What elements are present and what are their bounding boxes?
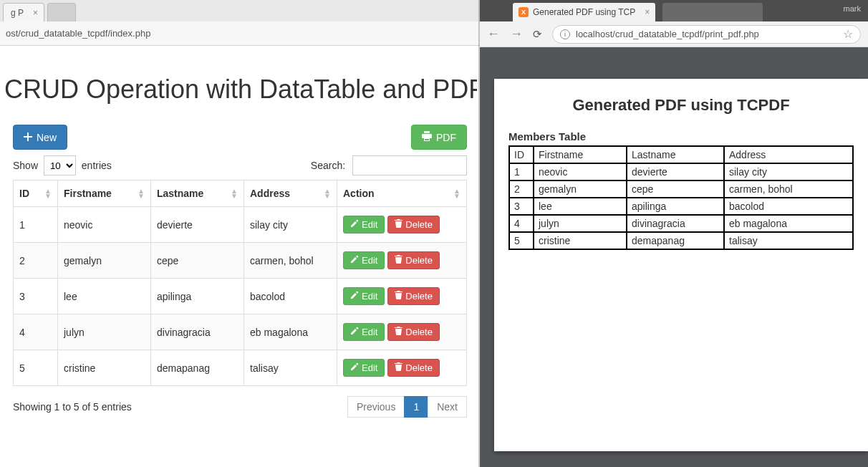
pdf-page: Generated PDF using TCPDF Members Table …	[494, 79, 868, 451]
edit-label: Edit	[362, 327, 377, 337]
datatable-footer: Showing 1 to 5 of 5 entries Previous 1 N…	[13, 396, 467, 418]
col-action[interactable]: Action▲▼	[337, 180, 467, 207]
favicon-icon: X	[519, 7, 529, 17]
edit-button[interactable]: Edit	[343, 251, 385, 269]
cell-action: Edit Delete	[337, 243, 467, 279]
cell-address: eb magalona	[244, 314, 337, 350]
pdf-button[interactable]: PDF	[411, 125, 467, 150]
cell-address: silay city	[244, 207, 337, 243]
table-row: 2gemalyncepecarmen, bohol	[509, 180, 853, 198]
close-icon[interactable]: ×	[33, 8, 38, 18]
sort-icon: ▲▼	[324, 188, 331, 198]
cell-address: bacolod	[244, 279, 337, 314]
col-lastname[interactable]: Lastname▲▼	[151, 180, 244, 207]
cell-lastname: divinagracia	[627, 215, 724, 232]
right-tab-strip: mark X Generated PDF using TCP ×	[480, 0, 868, 21]
cell-id: 1	[509, 163, 534, 180]
edit-button[interactable]: Edit	[343, 323, 385, 341]
delete-button[interactable]: Delete	[387, 287, 440, 305]
browser-tab-inactive[interactable]	[662, 3, 763, 21]
reload-icon[interactable]: ⟳	[533, 28, 542, 41]
page-content: CRUD Operation with DataTable and PDF Ne…	[0, 46, 480, 418]
page-previous[interactable]: Previous	[347, 396, 405, 418]
length-select[interactable]: 10	[44, 155, 76, 175]
page-title: CRUD Operation with DataTable and PDF	[4, 74, 477, 105]
cell-id: 2	[14, 243, 58, 279]
bookmark-icon[interactable]: ☆	[843, 27, 853, 41]
edit-button[interactable]: Edit	[343, 359, 385, 377]
close-icon[interactable]: ×	[645, 7, 650, 17]
edit-icon	[350, 219, 359, 230]
table-row: 2gemalyncepecarmen, boholEdit Delete	[14, 243, 467, 279]
sort-icon: ▲▼	[231, 188, 238, 198]
trash-icon	[395, 362, 402, 373]
cell-lastname: divinagracia	[151, 314, 244, 350]
delete-button[interactable]: Delete	[387, 323, 440, 341]
tab-title: Generated PDF using TCP	[533, 7, 635, 17]
col-id: ID	[509, 146, 534, 163]
tab-title: g P	[11, 8, 24, 18]
col-address: Address	[724, 146, 853, 163]
table-row: 1neovicdeviertesilay city	[509, 163, 853, 180]
length-control: Show 10 entries	[13, 155, 112, 175]
left-address-bar[interactable]: ost/crud_datatable_tcpdf/index.php	[0, 21, 480, 46]
col-lastname: Lastname	[627, 146, 724, 163]
table-info: Showing 1 to 5 of 5 entries	[13, 401, 132, 413]
col-firstname[interactable]: Firstname▲▼	[58, 180, 151, 207]
cell-action: Edit Delete	[337, 207, 467, 243]
edit-icon	[350, 291, 359, 302]
cell-address: silay city	[724, 163, 853, 180]
cell-lastname: cepe	[151, 243, 244, 279]
cell-id: 2	[509, 180, 534, 198]
page-next[interactable]: Next	[428, 396, 467, 418]
url-text: ost/crud_datatable_tcpdf/index.php	[6, 28, 150, 39]
edit-button[interactable]: Edit	[343, 287, 385, 305]
browser-tab-inactive[interactable]	[47, 3, 76, 21]
search-input[interactable]	[352, 155, 467, 175]
sort-icon: ▲▼	[453, 188, 460, 198]
delete-label: Delete	[405, 255, 433, 266]
address-bar[interactable]: i localhost/crud_datatable_tcpdf/print_p…	[552, 25, 861, 44]
profile-label[interactable]: mark	[844, 4, 861, 13]
table-row: 4julyndivinagraciaeb magalona	[509, 215, 853, 232]
back-icon[interactable]: ←	[487, 27, 500, 42]
delete-button[interactable]: Delete	[387, 251, 440, 269]
table-row: 3leeapilingabacolod	[509, 198, 853, 215]
pdf-viewer[interactable]: Generated PDF using TCPDF Members Table …	[480, 47, 868, 467]
pdf-button-label: PDF	[436, 132, 456, 143]
cell-firstname: gemalyn	[58, 243, 151, 279]
site-info-icon[interactable]: i	[560, 29, 570, 39]
col-id[interactable]: ID▲▼	[14, 180, 58, 207]
trash-icon	[395, 219, 402, 230]
delete-button[interactable]: Delete	[387, 216, 440, 234]
pdf-subtitle: Members Table	[508, 130, 854, 143]
delete-label: Delete	[405, 327, 433, 337]
forward-icon[interactable]: →	[510, 27, 523, 42]
cell-id: 5	[509, 232, 534, 249]
cell-address: carmen, bohol	[724, 180, 853, 198]
edit-label: Edit	[362, 255, 377, 266]
pagination: Previous 1 Next	[347, 396, 467, 418]
table-header-row: ID Firstname Lastname Address	[509, 146, 853, 163]
cell-firstname: gemalyn	[534, 180, 627, 198]
page-1[interactable]: 1	[404, 396, 428, 418]
cell-id: 4	[509, 215, 534, 232]
sort-icon: ▲▼	[138, 188, 145, 198]
cell-firstname: neovic	[534, 163, 627, 180]
trash-icon	[395, 327, 402, 337]
edit-button[interactable]: Edit	[343, 216, 385, 234]
cell-id: 1	[14, 207, 58, 243]
cell-address: eb magalona	[724, 215, 853, 232]
right-nav-bar: ← → ⟳ i localhost/crud_datatable_tcpdf/p…	[480, 21, 868, 47]
new-button[interactable]: New	[13, 125, 67, 150]
table-row: 4julyndivinagraciaeb magalonaEdit Delete	[14, 314, 467, 350]
edit-label: Edit	[362, 362, 377, 373]
browser-tab-active[interactable]: X Generated PDF using TCP ×	[513, 3, 655, 21]
col-address[interactable]: Address▲▼	[244, 180, 337, 207]
cell-firstname: lee	[534, 198, 627, 215]
cell-action: Edit Delete	[337, 314, 467, 350]
browser-tab-active[interactable]: g P ×	[3, 3, 44, 21]
delete-button[interactable]: Delete	[387, 359, 440, 377]
pdf-title: Generated PDF using TCPDF	[508, 96, 854, 115]
plus-icon	[24, 132, 32, 143]
